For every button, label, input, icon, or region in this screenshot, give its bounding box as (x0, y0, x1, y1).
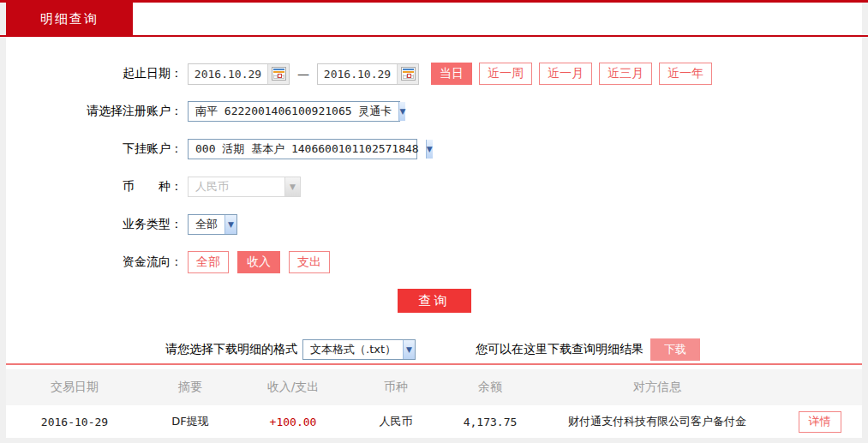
quick-range-year[interactable]: 近一年 (659, 63, 712, 85)
flow-all-button[interactable]: 全部 (188, 251, 229, 273)
business-type-row: 业务类型： 全部 ▼ (6, 213, 862, 236)
currency-select: 人民币 ▼ (188, 177, 301, 197)
cell-date: 2016-10-29 (6, 416, 143, 428)
business-type-label: 业务类型： (6, 217, 188, 232)
sub-account-value: 000 活期 基本户 1406600101102571848 (189, 141, 426, 157)
sub-account-select[interactable]: 000 活期 基本户 1406600101102571848 ▼ (188, 139, 417, 159)
download-button[interactable]: 下载 (650, 338, 700, 361)
chevron-down-icon: ▼ (403, 340, 415, 359)
cell-amount: +100.00 (237, 416, 349, 428)
calendar-icon[interactable] (397, 64, 418, 84)
download-row: 请您选择下载明细的格式 文本格式（.txt） ▼ 您可以在这里下载查询明细结果 … (165, 338, 862, 360)
query-button[interactable]: 查询 (398, 289, 471, 313)
chevron-down-icon: ▼ (224, 215, 236, 234)
sub-account-label: 下挂账户： (6, 141, 188, 157)
date-range-label: 起止日期： (6, 66, 188, 81)
cell-balance: 4,173.75 (443, 416, 537, 428)
column-header-currency: 币种 (349, 380, 443, 395)
business-type-select[interactable]: 全部 ▼ (188, 214, 237, 235)
fund-flow-row: 资金流向： 全部 收入 支出 (6, 251, 862, 273)
cell-action: 详情 (777, 411, 862, 433)
query-button-row: 查询 (6, 289, 862, 313)
end-date-value: 2016.10.29 (318, 68, 397, 81)
detail-button[interactable]: 详情 (799, 411, 841, 433)
register-account-value: 南平 6222001406100921065 灵通卡 (189, 104, 398, 119)
date-range-row: 起止日期： 2016.10.29 — 2016.10.29 当日 近一周 近一月… (6, 63, 862, 85)
table-header-row: 交易日期 摘要 收入/支出 币种 余额 对方信息 (6, 369, 862, 405)
calendar-icon[interactable] (267, 64, 289, 84)
column-header-balance: 余额 (443, 380, 537, 395)
flow-income-button[interactable]: 收入 (237, 251, 280, 273)
results-table: 交易日期 摘要 收入/支出 币种 余额 对方信息 2016-10-29 DF提现… (6, 363, 862, 438)
cell-summary: DF提现 (143, 414, 237, 429)
date-separator: — (297, 67, 309, 81)
currency-label: 币 种： (6, 179, 188, 195)
register-account-row: 请选择注册账户： 南平 6222001406100921065 灵通卡 ▼ (6, 100, 862, 123)
quick-range-today[interactable]: 当日 (431, 63, 472, 85)
business-type-value: 全部 (189, 217, 224, 232)
flow-expense-button[interactable]: 支出 (289, 251, 330, 273)
cell-counterparty: 财付通支付科技有限公司客户备付金 (537, 414, 777, 429)
query-form-panel: 起止日期： 2016.10.29 — 2016.10.29 当日 近一周 近一月… (6, 37, 862, 437)
quick-range-week[interactable]: 近一周 (479, 63, 532, 85)
page: 明细查询 起止日期： 2016.10.29 — 2016.10.29 当日 近一… (0, 0, 868, 437)
start-date-input[interactable]: 2016.10.29 (188, 63, 290, 85)
chevron-down-icon: ▼ (398, 102, 405, 121)
column-header-date: 交易日期 (6, 380, 143, 395)
register-account-label: 请选择注册账户： (6, 104, 188, 119)
download-hint: 您可以在这里下载查询明细结果 (476, 342, 644, 357)
chevron-down-icon: ▼ (426, 140, 433, 159)
column-header-counterparty: 对方信息 (537, 380, 777, 395)
column-header-summary: 摘要 (143, 380, 237, 395)
register-account-select[interactable]: 南平 6222001406100921065 灵通卡 ▼ (188, 101, 400, 122)
download-format-value: 文本格式（.txt） (303, 342, 403, 357)
quick-range-quarter[interactable]: 近三月 (599, 63, 652, 85)
cell-currency: 人民币 (349, 414, 443, 429)
tab-bar: 明细查询 (6, 3, 862, 35)
download-format-label: 请您选择下载明细的格式 (165, 342, 297, 357)
end-date-input[interactable]: 2016.10.29 (317, 63, 419, 85)
currency-row: 币 种： 人民币 ▼ (6, 176, 862, 198)
sub-account-row: 下挂账户： 000 活期 基本户 1406600101102571848 ▼ (6, 138, 862, 160)
chevron-down-icon: ▼ (284, 177, 300, 196)
fund-flow-label: 资金流向： (6, 254, 188, 270)
table-row: 2016-10-29 DF提现 +100.00 人民币 4,173.75 财付通… (6, 405, 862, 438)
tab-detail-query[interactable]: 明细查询 (6, 3, 133, 35)
quick-range-month[interactable]: 近一月 (539, 63, 592, 85)
currency-value: 人民币 (189, 179, 284, 195)
start-date-value: 2016.10.29 (189, 68, 267, 81)
column-header-amount: 收入/支出 (237, 380, 349, 395)
download-format-select[interactable]: 文本格式（.txt） ▼ (302, 339, 416, 360)
